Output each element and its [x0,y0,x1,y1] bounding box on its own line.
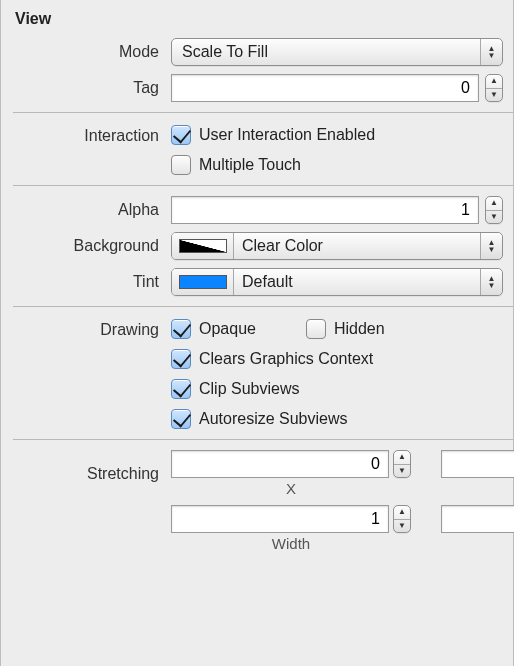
chevron-up-icon: ▲ [486,75,502,89]
row-stretching-wh: ▲ ▼ Width ▲ ▼ Height [1,501,513,556]
background-swatch [179,239,227,253]
background-popup[interactable]: Clear Color ▲▼ [171,232,503,260]
divider [13,439,513,440]
stretching-x-stepper[interactable]: ▲ ▼ [393,450,411,478]
label-alpha: Alpha [1,201,171,219]
checkbox-multiple-touch[interactable] [171,155,191,175]
tag-field[interactable] [171,74,479,102]
row-background: Background Clear Color ▲▼ [1,228,513,264]
row-alpha: Alpha ▲ ▼ [1,192,513,228]
checkbox-opaque[interactable] [171,319,191,339]
tag-stepper[interactable]: ▲ ▼ [485,74,503,102]
row-mode: Mode Scale To Fill ▲▼ [1,34,513,70]
chevron-down-icon: ▼ [394,465,410,478]
row-stretching-xy: Stretching ▲ ▼ X [1,446,513,501]
checkbox-autoresize[interactable] [171,409,191,429]
tint-popup-value: Default [242,273,293,291]
stretching-width-stepper[interactable]: ▲ ▼ [393,505,411,533]
stretching-width-label: Width [272,535,310,552]
updown-icon: ▲▼ [480,233,502,259]
alpha-stepper[interactable]: ▲ ▼ [485,196,503,224]
view-inspector-panel: View Mode Scale To Fill ▲▼ Tag ▲ ▼ [0,0,514,666]
checkbox-clears-graphics[interactable] [171,349,191,369]
stretching-height-field[interactable] [441,505,514,533]
background-swatch-wrap [172,233,234,259]
checkbox-opaque-label: Opaque [199,320,256,338]
alpha-field[interactable] [171,196,479,224]
tint-popup[interactable]: Default ▲▼ [171,268,503,296]
checkbox-user-interaction[interactable] [171,125,191,145]
chevron-down-icon: ▼ [486,211,502,224]
label-tag: Tag [1,79,171,97]
stretching-x-field[interactable] [171,450,389,478]
stretching-width-field[interactable] [171,505,389,533]
divider [13,306,513,307]
label-tint: Tint [1,273,171,291]
label-mode: Mode [1,43,171,61]
checkbox-clip-subviews[interactable] [171,379,191,399]
divider [13,185,513,186]
updown-icon: ▲▼ [480,269,502,295]
updown-icon: ▲▼ [480,39,502,65]
label-interaction: Interaction [1,123,171,145]
tint-swatch-wrap [172,269,234,295]
checkbox-hidden-label: Hidden [334,320,385,338]
mode-popup-value: Scale To Fill [182,43,268,61]
chevron-up-icon: ▲ [486,197,502,211]
row-tint: Tint Default ▲▼ [1,264,513,300]
checkbox-hidden[interactable] [306,319,326,339]
checkbox-clip-subviews-label: Clip Subviews [199,380,299,398]
section-body: Mode Scale To Fill ▲▼ Tag ▲ ▼ Interac [1,34,513,556]
chevron-down-icon: ▼ [486,89,502,102]
label-background: Background [1,237,171,255]
row-drawing: Drawing Opaque Hidden [1,313,513,433]
checkbox-autoresize-label: Autoresize Subviews [199,410,348,428]
background-popup-value: Clear Color [242,237,323,255]
label-drawing: Drawing [1,317,171,339]
stretching-y-field[interactable] [441,450,514,478]
section-title: View [1,0,513,34]
chevron-up-icon: ▲ [394,506,410,520]
chevron-up-icon: ▲ [394,451,410,465]
chevron-down-icon: ▼ [394,520,410,533]
tint-swatch [179,275,227,289]
row-tag: Tag ▲ ▼ [1,70,513,106]
divider [13,112,513,113]
label-stretching: Stretching [1,465,171,483]
checkbox-user-interaction-label: User Interaction Enabled [199,126,375,144]
checkbox-multiple-touch-label: Multiple Touch [199,156,301,174]
stretching-x-label: X [286,480,296,497]
mode-popup[interactable]: Scale To Fill ▲▼ [171,38,503,66]
checkbox-clears-graphics-label: Clears Graphics Context [199,350,373,368]
row-interaction: Interaction User Interaction Enabled Mul… [1,119,513,179]
